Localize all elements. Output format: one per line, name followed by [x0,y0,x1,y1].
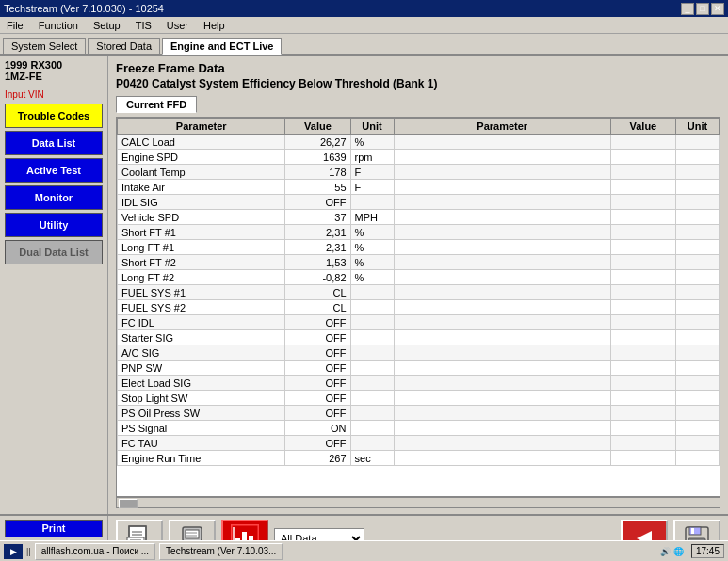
menu-user[interactable]: User [164,20,191,31]
table-row: IDL SIG OFF [118,195,720,210]
param-cell: A/C SIG [118,345,285,361]
active-test-btn[interactable]: Active Test [5,158,103,183]
sidebar: 1999 RX300 1MZ-FE Input VIN Trouble Code… [0,56,108,514]
value-cell: 2,31 [285,225,350,240]
unit2-cell [675,421,719,436]
taskbar-icons: 🔊 🌐 [660,547,684,556]
taskbar-item-allflash[interactable]: allflash.com.ua - Поиск ... [35,543,155,560]
unit2-cell [675,285,719,300]
value2-cell [610,451,675,466]
table-row: FC IDL OFF [118,315,720,330]
param-cell: Coolant Temp [118,165,285,180]
unit-cell [350,285,394,300]
menu-setup[interactable]: Setup [90,20,123,31]
unit-cell: % [350,135,394,150]
tab-stored-data[interactable]: Stored Data [88,38,160,54]
value-cell: 2,31 [285,240,350,255]
param2-cell [394,270,610,285]
value2-cell [610,391,675,406]
param2-cell [394,255,610,270]
trouble-codes-btn[interactable]: Trouble Codes [5,104,103,128]
param2-cell [394,135,610,150]
value2-cell [610,180,675,195]
unit2-cell [675,195,719,210]
unit-cell: % [350,225,394,240]
window-controls: _ □ ✕ [681,3,724,15]
value2-cell [610,421,675,436]
unit2-cell [675,315,719,330]
param-cell: Short FT #1 [118,225,285,240]
tab-engine-ect[interactable]: Engine and ECT Live [162,38,282,55]
taskbar-separator: || [26,547,31,556]
param-cell: Vehicle SPD [118,210,285,225]
menu-bar: File Function Setup TIS User Help [0,17,728,34]
current-ffd-tab[interactable]: Current FFD [116,96,197,113]
print-btn[interactable]: Print [5,520,103,537]
taskbar-item-techstream[interactable]: Techstream (Ver 7.10.03... [159,543,283,560]
svg-rect-26 [689,527,701,535]
table-row: Coolant Temp 178 F [118,165,720,180]
table-row: PNP SW OFF [118,361,720,376]
value-cell: CL [285,300,350,315]
unit2-cell [675,300,719,315]
menu-file[interactable]: File [4,20,26,31]
param2-cell [394,330,610,345]
table-row: Stop Light SW OFF [118,391,720,406]
vehicle-info: 1999 RX300 1MZ-FE [5,59,103,82]
utility-btn[interactable]: Utility [5,213,103,237]
menu-function[interactable]: Function [36,20,81,31]
unit-cell [350,361,394,376]
param2-cell [394,210,610,225]
value-cell: OFF [285,436,350,451]
value2-cell [610,345,675,361]
value2-cell [610,300,675,315]
freeze-frame-subtitle: P0420 Catalyst System Efficiency Below T… [116,77,720,90]
unit-cell [350,436,394,451]
scroll-thumb[interactable] [119,499,138,508]
param2-cell [394,300,610,315]
table-row: Long FT #1 2,31 % [118,240,720,255]
dual-data-list-btn[interactable]: Dual Data List [5,240,103,264]
value-cell: 55 [285,180,350,195]
unit-cell: sec [350,451,394,466]
param-cell: FC IDL [118,315,285,330]
value-cell: CL [285,285,350,300]
value2-cell [610,150,675,165]
maximize-btn[interactable]: □ [696,3,709,15]
close-win-btn[interactable]: ✕ [711,3,724,15]
horizontal-scrollbar[interactable] [116,497,720,508]
data-list-btn[interactable]: Data List [5,131,103,155]
value2-cell [610,285,675,300]
menu-tis[interactable]: TIS [133,20,154,31]
taskbar: ▶ || allflash.com.ua - Поиск ... Techstr… [0,540,728,561]
param2-cell [394,240,610,255]
value-cell: 37 [285,210,350,225]
param2-cell [394,406,610,421]
minimize-btn[interactable]: _ [681,3,694,15]
content-area: Freeze Frame Data P0420 Catalyst System … [108,56,728,514]
data-table-wrapper: Parameter Value Unit Parameter Value Uni… [116,117,720,497]
table-row: A/C SIG OFF [118,345,720,361]
unit2-cell [675,150,719,165]
app-title: Techstream (Ver 7.10.030) - 10254 [4,3,164,14]
param2-cell [394,436,610,451]
unit2-cell [675,210,719,225]
param2-cell [394,195,610,210]
unit2-cell [675,451,719,466]
unit2-cell [675,376,719,391]
table-row: Intake Air 55 F [118,180,720,195]
menu-help[interactable]: Help [201,20,228,31]
param-cell: Engine Run Time [118,451,285,466]
param-cell: CALC Load [118,135,285,150]
param-cell: IDL SIG [118,195,285,210]
tab-system-select[interactable]: System Select [3,38,86,54]
param2-cell [394,376,610,391]
value-cell: ON [285,421,350,436]
unit-cell: % [350,270,394,285]
unit-cell [350,315,394,330]
value-cell: 178 [285,165,350,180]
param-cell: Intake Air [118,180,285,195]
param-cell: FUEL SYS #1 [118,285,285,300]
param-cell: Long FT #1 [118,240,285,255]
monitor-btn[interactable]: Monitor [5,185,103,210]
